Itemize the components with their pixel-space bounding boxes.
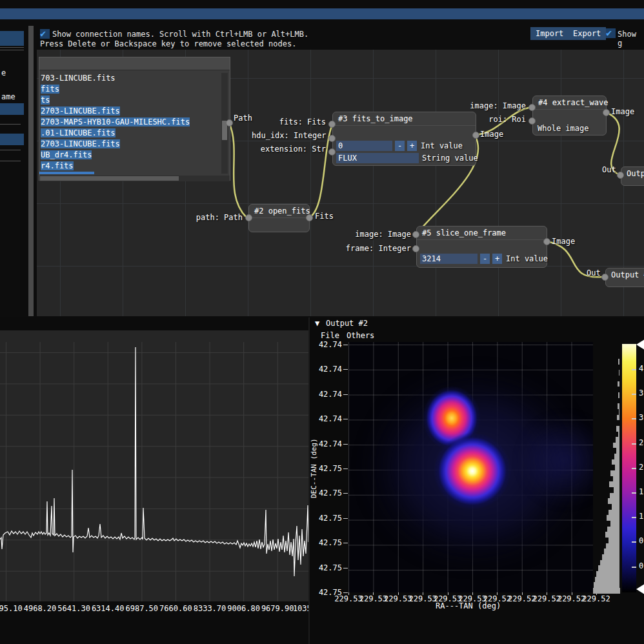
histogram-bar <box>604 548 619 554</box>
axis-tick-label: 229.53 <box>359 594 387 603</box>
file-list-item[interactable]: 2703-LINCUBE.fits <box>39 106 222 117</box>
file-list-item[interactable]: ts <box>39 95 222 106</box>
histogram-bar <box>594 582 619 588</box>
node-title[interactable]: #3 fits_to_image <box>333 112 476 126</box>
node-title[interactable]: #2 open_fits <box>249 205 309 218</box>
port-label: Out <box>602 165 616 174</box>
file-list-node-titlebar[interactable] <box>39 57 230 70</box>
import-button[interactable]: Import <box>530 27 569 40</box>
axis-tick-label: 42.75 <box>314 514 342 523</box>
panel-splitter[interactable] <box>28 26 34 316</box>
file-list-item[interactable]: .01-LINCUBE.fits <box>39 128 222 139</box>
histogram-bar <box>618 359 619 365</box>
collapse-triangle-icon[interactable]: ▼ <box>315 319 319 328</box>
file-list-item[interactable]: 2703-MAPS-HYB10-GAU-MILESHC.fits <box>39 117 222 128</box>
input-port[interactable] <box>328 135 336 142</box>
x-axis-label: RA---TAN (deg) <box>436 601 501 610</box>
hdu-index-input[interactable] <box>336 141 392 151</box>
image-display[interactable] <box>348 342 596 592</box>
window-titlebar[interactable] <box>0 8 644 19</box>
spectrum-x-axis: 4295.104968.205641.306314.406987.507660.… <box>0 603 308 614</box>
sidebar-button[interactable] <box>0 103 24 115</box>
input-port[interactable] <box>617 172 624 179</box>
histogram-bar <box>619 409 619 415</box>
spectrum-menu-bar[interactable] <box>0 330 308 342</box>
axis-tick-label: 0. <box>639 536 644 545</box>
frame-input[interactable] <box>420 254 478 264</box>
axis-tick-label: 229.52 <box>532 594 561 603</box>
node-title[interactable]: Outp <box>621 167 644 180</box>
node-title[interactable]: Output # <box>606 268 644 281</box>
output-port[interactable] <box>543 238 550 245</box>
axis-tick <box>632 394 636 395</box>
node-title[interactable]: #5 slice_one_frame <box>417 226 547 240</box>
port-label: image: Image <box>465 101 526 110</box>
file-list-item[interactable]: UB_dr4.fits <box>39 150 222 161</box>
port-label: Path <box>234 114 252 123</box>
histogram-bar <box>609 538 619 543</box>
node-title[interactable]: #4 extract_wave <box>533 96 606 110</box>
histogram-bar <box>593 588 620 594</box>
input-port[interactable] <box>328 148 336 156</box>
file-list-item[interactable]: 703-LINCUBE.fits <box>39 73 222 84</box>
node-output-1[interactable]: Outp <box>621 166 644 186</box>
axis-tick <box>632 567 636 568</box>
decrement-button[interactable]: - <box>480 254 490 264</box>
histogram-bar <box>609 481 619 487</box>
file-list-node[interactable]: 703-LINCUBE.fitsfitsts2703-LINCUBE.fits2… <box>39 57 230 181</box>
histogram-bar <box>612 459 619 465</box>
input-port[interactable] <box>245 214 252 221</box>
output-port[interactable] <box>306 214 313 221</box>
source-blob-lower <box>434 432 511 510</box>
axis-tick-label: 0. <box>639 561 644 570</box>
increment-button[interactable]: + <box>407 141 417 151</box>
histogram-bar <box>613 476 619 482</box>
port-label: Fits <box>315 212 334 221</box>
scrollbar-thumb[interactable] <box>40 176 179 181</box>
histogram-bar <box>600 560 619 566</box>
menu-others[interactable]: Others <box>347 331 374 340</box>
axis-tick <box>632 517 636 518</box>
show-grid-label: Show g <box>618 30 644 48</box>
file-list-output-port[interactable] <box>226 119 233 126</box>
output-port[interactable] <box>603 109 610 116</box>
file-list-item[interactable]: r4.fits <box>39 161 222 172</box>
histogram-bar <box>615 465 619 470</box>
histogram-bar <box>595 577 619 583</box>
show-grid-checkbox[interactable] <box>606 28 616 38</box>
axis-tick <box>343 345 348 345</box>
input-port[interactable] <box>412 231 419 238</box>
histogram-bar <box>618 403 619 409</box>
histogram-bar <box>610 521 619 527</box>
histogram-bar <box>616 437 619 443</box>
file-list-horizontal-scrollbar[interactable] <box>39 176 230 181</box>
decrement-button[interactable]: - <box>395 141 405 151</box>
axis-tick <box>632 492 636 494</box>
node-output-2[interactable]: Output # <box>605 268 644 287</box>
input-port[interactable] <box>601 274 609 281</box>
spectrum-plot[interactable] <box>0 342 308 601</box>
input-port[interactable] <box>328 121 336 128</box>
increment-button[interactable]: + <box>492 254 502 264</box>
output-port[interactable] <box>472 132 479 139</box>
input-port[interactable] <box>412 245 419 252</box>
file-list-item[interactable]: 2703-LINCUBE.fits <box>39 139 222 150</box>
axis-tick-label: 2. <box>639 463 644 472</box>
axis-tick-label: 1. <box>639 512 644 521</box>
file-list[interactable]: 703-LINCUBE.fitsfitsts2703-LINCUBE.fits2… <box>39 73 222 174</box>
divider <box>0 124 21 125</box>
input-port[interactable] <box>528 104 536 111</box>
sidebar-button[interactable] <box>0 134 24 145</box>
delete-hint-text: Press Delete or Backspace key to remove … <box>40 39 296 48</box>
show-connection-names-checkbox[interactable] <box>40 29 50 39</box>
export-button[interactable]: Export <box>568 27 606 40</box>
extension-input[interactable] <box>336 153 419 163</box>
sidebar-button[interactable] <box>0 31 24 46</box>
input-port[interactable] <box>528 117 536 125</box>
node-open-fits[interactable]: #2 open_fits <box>248 204 310 232</box>
axis-tick <box>343 518 348 519</box>
axis-tick <box>343 369 348 370</box>
histogram-bar <box>610 493 619 499</box>
menu-file[interactable]: File <box>321 331 339 340</box>
file-list-item[interactable]: fits <box>39 84 222 95</box>
